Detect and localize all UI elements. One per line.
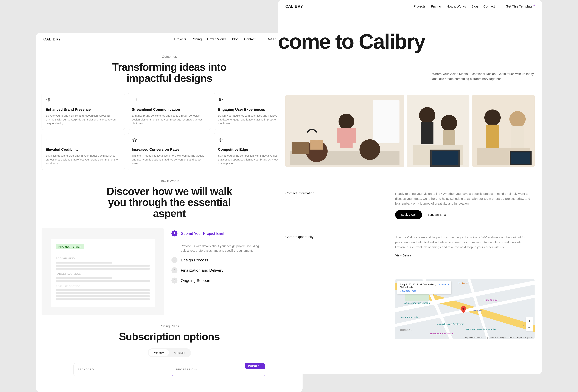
logo[interactable]: CALIBRY <box>43 37 61 41</box>
step-number: 2 <box>171 257 178 263</box>
send-icon <box>46 97 51 103</box>
logo[interactable]: CALIBRY <box>285 4 303 8</box>
hero-heading: Welcome to Calibry <box>278 31 535 52</box>
bar-chart-icon <box>46 137 51 143</box>
svg-rect-8 <box>337 128 342 143</box>
gallery-image-3 <box>472 95 535 167</box>
map-label: de Bijenkorf <box>473 309 485 312</box>
svg-rect-22 <box>486 125 499 151</box>
nav-cta[interactable]: Get This Template <box>506 4 535 8</box>
contact-label: Contact Information <box>285 191 380 195</box>
nav-contact[interactable]: Contact <box>244 37 255 41</box>
nav-pricing[interactable]: Pricing <box>431 4 441 8</box>
contact-body: Ready to bring your vision to life? Whet… <box>395 191 535 206</box>
map-label: Hotel de Soler <box>484 299 498 301</box>
map[interactable]: Singel 190, 1012 VG Amsterdam, Netherlan… <box>395 279 535 339</box>
nav-pricing[interactable]: Pricing <box>192 37 202 41</box>
book-call-button[interactable]: Book a Call <box>395 210 422 219</box>
nav-contact[interactable]: Contact <box>483 4 495 8</box>
hero-intro: Where Your Vision Meets Exceptional Desi… <box>432 71 535 81</box>
step-number: 1 <box>171 230 178 236</box>
step-body: Provide us with details about your desig… <box>181 244 265 253</box>
svg-point-23 <box>509 111 526 127</box>
map-footer: Keyboard shortcuts Map data ©2024 Google… <box>463 336 533 339</box>
svg-point-0 <box>219 98 221 100</box>
brief-label: TARGET AUDIENCE <box>56 273 150 275</box>
how-eyebrow: How it Works <box>43 179 295 183</box>
pricing-eyebrow: Pricing Plans <box>43 324 295 328</box>
pricing-toggle[interactable]: Monthly Annually <box>148 348 191 357</box>
step-number: 4 <box>171 277 178 284</box>
user-check-icon <box>218 97 223 103</box>
step-underline <box>181 241 186 241</box>
map-label: Koninklijk Paleis Amsterdam <box>436 323 464 325</box>
zoom-in[interactable]: + <box>526 317 533 324</box>
send-email-link[interactable]: Send an Email <box>428 213 447 216</box>
star-icon <box>132 137 137 143</box>
message-icon <box>132 97 137 103</box>
step-title: Ongoing Support <box>181 278 210 283</box>
svg-rect-7 <box>340 128 352 148</box>
how-heading: Discover how we will walk you through th… <box>43 186 295 219</box>
tile-communication: Streamlined Communication Enhance brand … <box>128 93 211 130</box>
brief-label: FEATURE SECTION <box>56 285 150 288</box>
tile-body: Enhance brand consistency and clarity th… <box>132 114 207 126</box>
map-zoom[interactable]: + − <box>526 317 533 331</box>
map-view-larger[interactable]: View larger map <box>400 290 449 292</box>
svg-rect-5 <box>310 140 323 150</box>
brief-label: BACKGROUND <box>56 257 150 260</box>
tile-title: Elevated Credibility <box>46 147 121 152</box>
svg-point-15 <box>441 115 457 131</box>
nav-separator <box>500 4 500 8</box>
step-title: Submit Your Project Brief <box>181 231 224 236</box>
nav-blog[interactable]: Blog <box>471 4 478 8</box>
svg-rect-3 <box>373 100 400 143</box>
map-directions[interactable]: Directions <box>439 283 449 286</box>
step-number: 3 <box>171 267 178 273</box>
nav-projects[interactable]: Projects <box>174 37 186 41</box>
svg-point-21 <box>484 110 501 126</box>
tile-conversion: Increased Conversion Rates Transform lea… <box>128 133 211 170</box>
svg-point-10 <box>359 139 380 160</box>
svg-point-13 <box>419 107 435 123</box>
tile-body: Elevate your brand visibility and recogn… <box>46 114 121 126</box>
tile-title: Increased Conversion Rates <box>132 147 207 152</box>
step-title: Finalization and Delivery <box>181 268 223 273</box>
move-icon <box>218 137 223 143</box>
svg-point-30 <box>462 308 464 310</box>
tile-body: Establish trust and credibility in your … <box>46 154 121 166</box>
nav-how[interactable]: How it Works <box>446 4 466 8</box>
map-label: Madame Tussauds Amsterdam <box>466 328 497 331</box>
svg-rect-14 <box>421 122 434 144</box>
map-label: Amsterdam Tulip Museum <box>404 302 430 304</box>
tile-brand-presence: Enhanced Brand Presence Elevate your bra… <box>42 93 125 130</box>
career-body: Join the Calibry team and be part of som… <box>395 235 535 250</box>
zoom-out[interactable]: − <box>526 324 533 331</box>
gallery-image-1 <box>285 95 404 167</box>
tile-body: Transform leads into loyal customers wit… <box>132 154 207 166</box>
toggle-annually[interactable]: Annually <box>169 349 190 356</box>
pricing-heading: Subscription options <box>43 331 295 342</box>
career-label: Career Opportunity <box>285 235 380 239</box>
nav-projects[interactable]: Projects <box>414 4 426 8</box>
toggle-monthly[interactable]: Monthly <box>148 349 169 356</box>
map-pin-icon <box>461 306 466 314</box>
gallery-image-2 <box>407 95 469 167</box>
svg-rect-9 <box>351 128 356 143</box>
map-label: Winkel 43 <box>458 282 468 285</box>
outcomes-heading: Transforming ideas into impactful design… <box>43 62 295 84</box>
plan-name: STANDARD <box>78 368 163 371</box>
tile-credibility: Elevated Credibility Establish trust and… <box>42 133 125 170</box>
outcomes-eyebrow: Outcomes <box>43 55 295 59</box>
tile-title: Streamlined Communication <box>132 107 207 112</box>
view-details-link[interactable]: View Details <box>395 254 412 257</box>
plan-standard[interactable]: STANDARD <box>73 363 167 376</box>
tile-title: Enhanced Brand Presence <box>46 107 121 112</box>
plan-professional[interactable]: POPULAR PROFESSIONAL <box>172 363 265 376</box>
nav-how[interactable]: How it Works <box>207 37 227 41</box>
brief-tag: PROJECT BRIEF <box>56 244 84 249</box>
map-label: The Hoxton Amsterdam <box>430 332 453 335</box>
svg-rect-27 <box>511 152 530 164</box>
nav-blog[interactable]: Blog <box>232 37 239 41</box>
svg-rect-19 <box>432 151 458 165</box>
